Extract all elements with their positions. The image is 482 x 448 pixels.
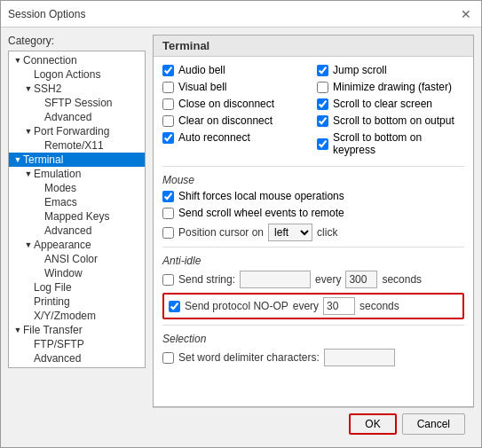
label-send-scroll: Send scroll wheel events to remote [178, 207, 344, 219]
sidebar-item-port-forwarding[interactable]: ▼Port Forwarding [9, 124, 145, 138]
sidebar-item-ansi-color[interactable]: ANSI Color [9, 252, 145, 266]
checkbox-auto-reconnect[interactable] [162, 132, 174, 144]
label-auto-reconnect: Auto reconnect [178, 131, 250, 144]
sidebar-item-connection[interactable]: ▼Connection [9, 53, 145, 67]
sidebar-item-label-terminal: Terminal [23, 153, 63, 166]
send-noop-every: every [293, 300, 319, 312]
label-scroll-bottom-output: Scroll to bottom on output [333, 114, 454, 127]
position-label: Position cursor on [178, 226, 264, 239]
sidebar-item-advanced-ft[interactable]: Advanced [9, 351, 145, 365]
check-row-visual-bell: Visual bell [162, 81, 310, 93]
content-panel: Terminal Audio bellVisual bellClose on d… [153, 35, 474, 407]
sidebar-item-label-window: Window [44, 267, 83, 279]
sidebar-item-printing[interactable]: Printing [9, 295, 145, 309]
col2: Jump scrollMinimize drawing (faster)Scro… [317, 64, 464, 161]
label-scroll-to-clear: Scroll to clear screen [333, 98, 432, 110]
cancel-button[interactable]: Cancel [402, 413, 465, 435]
checkboxes-section: Audio bellVisual bellClose on disconnect… [162, 64, 464, 161]
sidebar-item-advanced-ssh2[interactable]: Advanced [9, 110, 145, 124]
check-row-audio-bell: Audio bell [162, 64, 310, 76]
word-delimiter-checkbox[interactable] [162, 352, 174, 364]
sidebar-item-remote-x11[interactable]: Remote/X11 [9, 138, 145, 153]
sidebar-item-label-xy-zmodem: X/Y/Zmodem [34, 310, 96, 322]
word-delimiter-label: Set word delimiter characters: [178, 351, 320, 364]
checkbox-shift-forces[interactable] [162, 191, 174, 202]
send-string-label: Send string: [178, 273, 235, 286]
sidebar-item-label-emulation: Emulation [34, 168, 81, 180]
send-noop-row: Send protocol NO-OP every seconds [162, 293, 464, 319]
sidebar-item-label-log-file: Log File [34, 281, 72, 294]
sidebar-item-label-remote-x11: Remote/X11 [44, 139, 104, 152]
sidebar-item-advanced-emul[interactable]: Advanced [9, 224, 145, 238]
tree-arrow-ssh2: ▼ [23, 84, 34, 93]
close-button[interactable]: ✕ [458, 6, 474, 22]
sidebar-item-xy-zmodem[interactable]: X/Y/Zmodem [9, 309, 145, 323]
checkbox-jump-scroll[interactable] [317, 65, 328, 76]
sidebar-item-label-mapped-keys: Mapped Keys [44, 210, 109, 223]
sidebar-item-label-advanced-emul: Advanced [44, 224, 91, 237]
category-tree: ▼ConnectionLogon Actions▼SSH2SFTP Sessio… [8, 51, 146, 368]
checkbox-close-on-disconnect[interactable] [162, 98, 174, 110]
checkbox-scroll-bottom-output[interactable] [317, 115, 328, 127]
position-cursor-checkbox[interactable] [162, 227, 174, 239]
send-string-checkbox[interactable] [162, 274, 174, 286]
checkbox-audio-bell[interactable] [162, 65, 174, 76]
sidebar-item-label-modes: Modes [44, 182, 76, 194]
sidebar-item-logon-actions[interactable]: Logon Actions [9, 67, 145, 82]
sidebar-item-label-emacs: Emacs [44, 196, 77, 208]
label-audio-bell: Audio bell [178, 64, 225, 76]
send-noop-checkbox[interactable] [169, 301, 180, 312]
send-string-every: every [315, 273, 341, 286]
check-row-jump-scroll: Jump scroll [317, 64, 464, 76]
send-noop-unit: seconds [360, 300, 399, 312]
tree-arrow-appearance: ▼ [23, 240, 34, 249]
sidebar-item-label-sftp-session: SFTP Session [44, 97, 112, 109]
check-row-minimize-drawing: Minimize drawing (faster) [317, 81, 464, 93]
sidebar-item-emacs[interactable]: Emacs [9, 195, 145, 209]
check-row-auto-reconnect: Auto reconnect [162, 131, 310, 144]
label-close-on-disconnect: Close on disconnect [178, 98, 274, 110]
sidebar-item-emulation[interactable]: ▼Emulation [9, 167, 145, 181]
checkbox-send-scroll[interactable] [162, 208, 174, 219]
sidebar-item-ssh2[interactable]: ▼SSH2 [9, 82, 145, 96]
word-delimiter-input[interactable] [324, 349, 395, 366]
col1: Audio bellVisual bellClose on disconnect… [162, 64, 310, 161]
tree-arrow-terminal: ▼ [12, 155, 23, 164]
sidebar-item-label-appearance: Appearance [34, 239, 91, 251]
position-select[interactable]: left right [268, 224, 312, 241]
sidebar-item-log-file[interactable]: Log File [9, 280, 145, 295]
sidebar-item-sftp-session[interactable]: SFTP Session [9, 96, 145, 110]
sidebar-item-window[interactable]: Window [9, 266, 145, 280]
send-string-input[interactable] [240, 271, 311, 288]
sidebar-item-file-transfer[interactable]: ▼File Transfer [9, 323, 145, 337]
checkbox-minimize-drawing[interactable] [317, 82, 328, 93]
checkbox-scroll-bottom-keypress[interactable] [317, 138, 328, 150]
tree-arrow-port-forwarding: ▼ [23, 127, 34, 136]
sidebar-item-label-file-transfer: File Transfer [23, 324, 83, 336]
send-noop-label: Send protocol NO-OP [185, 300, 288, 312]
send-noop-interval[interactable] [323, 297, 355, 315]
dialog-body: Category: ▼ConnectionLogon Actions▼SSH2S… [1, 28, 481, 447]
sidebar-item-label-advanced-ft: Advanced [34, 352, 81, 365]
check-row-send-scroll: Send scroll wheel events to remote [162, 207, 464, 219]
sidebar-item-modes[interactable]: Modes [9, 181, 145, 195]
send-string-unit: seconds [382, 273, 422, 286]
title-bar: Session Options ✕ [1, 1, 481, 28]
check-row-scroll-to-clear: Scroll to clear screen [317, 98, 464, 110]
sidebar-item-ftp-sftp[interactable]: FTP/SFTP [9, 337, 145, 351]
checkbox-clear-on-disconnect[interactable] [162, 115, 174, 127]
checkbox-scroll-to-clear[interactable] [317, 98, 328, 110]
tree-arrow-file-transfer: ▼ [12, 326, 23, 334]
label-minimize-drawing: Minimize drawing (faster) [333, 81, 452, 93]
sidebar-item-label-ansi-color: ANSI Color [44, 253, 98, 265]
send-string-interval[interactable] [345, 271, 377, 288]
sidebar-item-mapped-keys[interactable]: Mapped Keys [9, 209, 145, 224]
selection-section-label: Selection [162, 333, 464, 345]
check-row-close-on-disconnect: Close on disconnect [162, 98, 310, 110]
checkbox-visual-bell[interactable] [162, 82, 174, 93]
ok-button[interactable]: OK [349, 413, 396, 435]
click-label: click [317, 226, 337, 239]
sidebar-item-terminal[interactable]: ▼Terminal [9, 153, 145, 167]
sidebar-item-appearance[interactable]: ▼Appearance [9, 238, 145, 252]
panel-body: Audio bellVisual bellClose on disconnect… [154, 57, 473, 406]
